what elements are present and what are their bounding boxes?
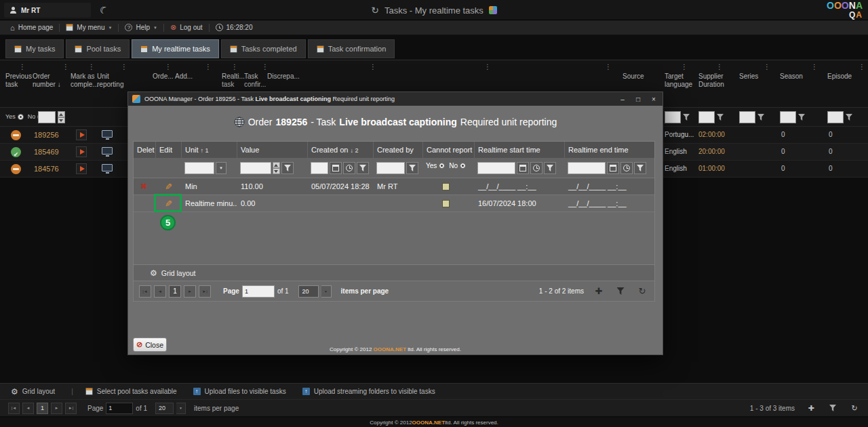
combo-caret-icon[interactable]: ▼ [216,162,226,174]
page-number-input[interactable] [242,285,275,298]
calendar-button[interactable] [517,162,529,174]
column-header-episode[interactable]: Episode [827,73,859,81]
filter-funnel-icon[interactable] [717,114,724,121]
filter-input[interactable] [780,111,796,123]
table-row[interactable]: ✖ ✎ Min 110.00 05/07/2024 18:28 Mr RT __… [134,178,654,195]
column-menu-icon[interactable]: ⋮ [88,63,95,70]
column-menu-icon[interactable]: ⋮ [231,63,238,70]
filter-funnel-button[interactable] [281,162,294,174]
column-menu-icon[interactable]: ⋮ [262,63,269,70]
column-menu-icon[interactable]: ⋮ [62,63,69,70]
column-header-season[interactable]: Season [780,73,808,81]
filter-input[interactable] [38,111,56,123]
tab-my-tasks[interactable]: My tasks [5,39,64,58]
column-menu-icon[interactable]: ⋮ [859,63,865,70]
realtime-start-filter-input[interactable] [477,162,515,174]
clear-filters-icon[interactable] [827,403,838,413]
radio-icon[interactable] [18,114,24,120]
filter-funnel-button[interactable] [357,162,369,174]
column-header-add[interactable]: Add... [175,73,201,81]
last-page-button[interactable]: ►| [199,285,211,298]
monitor-icon[interactable] [102,164,113,171]
refresh-icon[interactable]: ↻ [849,403,860,413]
created-by-filter-input[interactable] [376,162,405,174]
column-header-mark-as-complete[interactable]: Mark as comple... [71,73,98,89]
column-header-value[interactable]: Value [237,142,308,158]
grid-layout-button[interactable]: ⚙ Grid layout [133,265,655,281]
column-menu-icon[interactable]: ⋮ [121,63,127,70]
page-size-select[interactable]: 20 [298,285,319,298]
filter-funnel-icon[interactable] [683,114,690,121]
brand-link[interactable]: OOONA.NET [374,346,406,352]
time-button[interactable] [343,162,355,174]
menu-log-out[interactable]: ⊗ Log out [164,20,209,35]
realtime-end-filter-input[interactable] [568,162,606,174]
move-columns-icon[interactable]: ✚ [806,403,816,413]
menu-help[interactable]: ? Help ▼ [119,20,163,35]
unit-filter-input[interactable] [184,162,214,174]
column-menu-icon[interactable]: ⋮ [764,63,770,70]
play-button[interactable] [76,163,87,174]
time-button[interactable] [620,162,633,174]
cannot-report-checkbox[interactable] [442,200,450,207]
column-header-unit[interactable]: Unit↑ 1 [182,142,237,158]
delete-icon[interactable]: ✖ [140,178,147,195]
first-page-button[interactable]: |◄ [139,285,151,298]
filter-input[interactable] [698,111,715,123]
column-header-source[interactable]: Source [623,73,651,81]
first-page-button[interactable]: |◄ [8,403,20,414]
column-header-delete[interactable]: Delet [134,142,156,158]
column-header-created-on[interactable]: Created on↓ 2 [308,142,374,158]
monitor-icon[interactable] [102,130,113,138]
filter-input[interactable] [827,111,844,123]
number-stepper[interactable] [273,162,280,174]
upload-streaming-button[interactable]: ↑ Upload streaming folders to visible ta… [302,388,435,395]
radio-icon[interactable] [439,163,445,169]
column-menu-icon[interactable]: ⋮ [605,63,612,70]
prev-page-button[interactable]: ◄ [22,403,34,414]
filter-input[interactable] [665,111,681,123]
minimize-button[interactable]: – [618,94,627,104]
dialog-title-bar[interactable]: OOONA Manager - Order 189256 - Task Live… [128,92,663,106]
column-header-realtime-start[interactable]: Realtime start time [475,142,565,158]
play-button[interactable] [76,146,87,157]
tab-my-realtime-tasks[interactable]: My realtime tasks [132,39,219,58]
last-page-button[interactable]: ►| [65,403,77,414]
calendar-button[interactable] [607,162,619,174]
column-header-target-language[interactable]: Target language [665,73,697,89]
cannot-report-checkbox[interactable] [442,183,450,190]
column-header-supplier-duration[interactable]: Supplier Duration [698,73,734,89]
column-header-realtime-end[interactable]: Realtime end time [565,142,654,158]
number-stepper[interactable] [58,111,65,123]
column-header-order[interactable]: Orde... [153,73,176,81]
current-page-button[interactable]: 1 [169,285,181,298]
next-page-button[interactable]: ► [51,403,62,414]
refresh-icon[interactable]: ↻ [635,285,649,298]
column-header-created-by[interactable]: Created by [374,142,423,158]
grid-layout-button[interactable]: ⚙ Grid layout [11,387,55,396]
close-icon[interactable]: × [649,94,658,104]
prev-page-button[interactable]: ◄ [154,285,166,298]
column-menu-icon[interactable]: ⋮ [681,63,688,70]
filter-funnel-icon[interactable] [798,114,805,121]
filter-funnel-icon[interactable] [757,114,764,121]
maximize-button[interactable]: □ [633,94,643,104]
created-on-filter-input[interactable] [311,162,328,174]
filter-funnel-icon[interactable] [846,114,852,121]
value-filter-input[interactable] [240,162,271,174]
column-menu-icon[interactable]: ⋮ [205,63,212,70]
monitor-icon[interactable] [102,147,113,155]
menu-home-page[interactable]: ⌂ Home page [4,20,59,35]
tab-tasks-completed[interactable]: Tasks completed [221,39,306,58]
play-button[interactable] [76,129,87,140]
edit-pencil-icon[interactable]: ✎ [165,178,172,195]
column-menu-icon[interactable]: ⋮ [19,63,26,70]
brand-link[interactable]: OOONA.NET [412,420,445,426]
page-size-caret-icon[interactable]: ▼ [176,403,186,414]
tab-task-confirmation[interactable]: Task confirmation [308,39,395,58]
menu-my-menu[interactable]: My menu ▼ [60,20,118,35]
filter-funnel-button[interactable] [634,162,646,174]
column-header-previous-task[interactable]: Previous task [5,73,34,89]
column-header-discrepancy[interactable]: Discrepa... [267,73,302,81]
page-size-select[interactable]: 20 [155,403,174,414]
